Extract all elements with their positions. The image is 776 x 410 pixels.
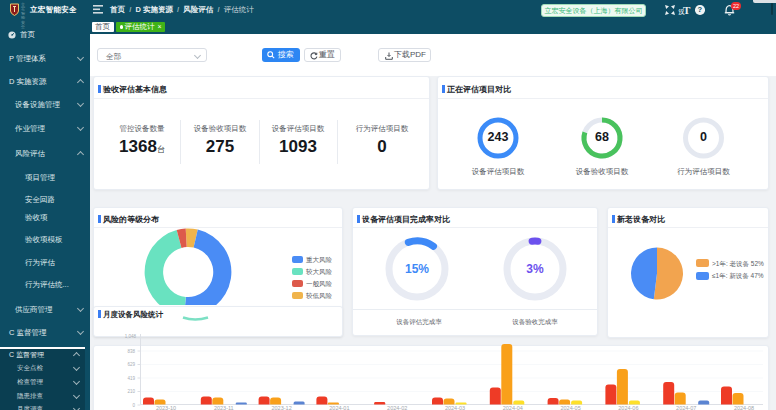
- svg-text:2024-08: 2024-08: [734, 405, 754, 410]
- svg-text:2024-05: 2024-05: [561, 405, 581, 410]
- svg-text:2023-11: 2023-11: [214, 405, 234, 410]
- svg-text:2024-04: 2024-04: [503, 405, 523, 410]
- svg-text:2024-02: 2024-02: [387, 405, 407, 410]
- svg-text:2024-06: 2024-06: [618, 405, 638, 410]
- svg-text:2024-01: 2024-01: [329, 405, 349, 410]
- svg-text:2023-12: 2023-12: [272, 405, 292, 410]
- svg-text:629: 629: [127, 362, 135, 367]
- svg-text:419: 419: [127, 376, 135, 381]
- svg-text:0: 0: [132, 403, 135, 408]
- svg-text:2023-10: 2023-10: [156, 405, 176, 410]
- svg-text:2024-07: 2024-07: [676, 405, 696, 410]
- svg-text:210: 210: [127, 389, 135, 394]
- svg-text:2024-03: 2024-03: [445, 405, 465, 410]
- svg-text:838: 838: [127, 349, 135, 354]
